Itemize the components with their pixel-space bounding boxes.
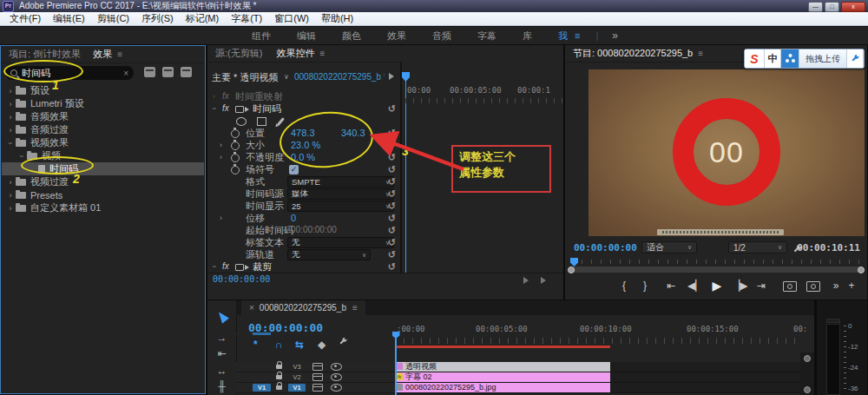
ime-language-toggle[interactable]: 中 bbox=[765, 49, 781, 68]
workspace-tab-3[interactable]: 效果 bbox=[387, 30, 406, 43]
property-checkbox[interactable]: ✓ bbox=[289, 165, 299, 174]
minimize-button[interactable]: — bbox=[808, 2, 823, 12]
sequence-clip-link[interactable]: 0008020220275295_b * ... bbox=[294, 70, 385, 84]
rate-stretch-button[interactable]: ╫ bbox=[207, 380, 236, 392]
scrubber-right-handle[interactable] bbox=[858, 267, 865, 273]
reset-property-icon[interactable]: ↺ bbox=[388, 151, 396, 163]
mark-out-button[interactable]: } bbox=[638, 274, 652, 297]
effect-row-time-display[interactable]: 时间显示25∨↺ bbox=[207, 200, 400, 212]
tree-item-audio-transitions[interactable]: ›音频过渡 bbox=[2, 123, 204, 136]
track-header-v2[interactable]: V2 bbox=[236, 372, 395, 383]
ripple-edit-button[interactable]: ⇤ bbox=[207, 347, 236, 359]
yuv-effects-filter-icon[interactable] bbox=[181, 67, 192, 77]
reset-property-icon[interactable]: ↺ bbox=[388, 200, 396, 212]
tab-project[interactable]: 项目: 倒计时效果 bbox=[9, 48, 81, 61]
panel-menu-icon[interactable]: ≡ bbox=[319, 49, 325, 58]
sogou-logo-icon[interactable]: S bbox=[745, 49, 765, 68]
toggle-track-output-icon[interactable] bbox=[331, 363, 342, 371]
close-button[interactable]: x bbox=[841, 2, 865, 12]
effect-row-scale[interactable]: ›大小23.0 %↺ bbox=[207, 139, 400, 151]
tree-chevron-icon[interactable]: › bbox=[5, 204, 16, 213]
add-button-button[interactable]: + bbox=[845, 274, 858, 297]
panel-menu-icon[interactable]: ≡ bbox=[698, 49, 703, 58]
menu-item-2[interactable]: 剪辑(C) bbox=[91, 12, 135, 25]
tree-item-video-effects[interactable]: ›视频效果 bbox=[2, 136, 204, 149]
search-value[interactable]: 时间码 bbox=[22, 67, 123, 80]
export-frame-icon[interactable] bbox=[783, 281, 797, 292]
reset-property-icon[interactable]: ↺ bbox=[388, 139, 396, 151]
menu-item-6[interactable]: 窗口(W) bbox=[268, 12, 315, 25]
expand-chevron-icon[interactable]: › bbox=[220, 212, 222, 224]
sync-lock-icon[interactable] bbox=[312, 384, 323, 392]
track-lane-v2[interactable]: fx字幕 02 bbox=[395, 372, 800, 383]
reset-effect-icon[interactable]: ↺ bbox=[388, 102, 396, 115]
property-dropdown[interactable]: 25∨ bbox=[287, 201, 394, 212]
program-playhead[interactable] bbox=[570, 258, 578, 267]
tree-chevron-icon[interactable]: › bbox=[5, 87, 16, 95]
keyframe-stopwatch-icon[interactable] bbox=[231, 154, 240, 162]
program-current-timecode[interactable]: 00:00:00:00 bbox=[574, 242, 637, 253]
timeline-settings-button[interactable] bbox=[339, 337, 348, 349]
track-lane-v3[interactable]: 透明视频 bbox=[395, 362, 800, 372]
play-effect-icon[interactable] bbox=[389, 73, 394, 80]
effect-row-field-symbol[interactable]: 场符号✓↺ bbox=[207, 163, 400, 175]
value-scrubber[interactable]: 23.0 % bbox=[291, 139, 320, 151]
scrubber-bar[interactable] bbox=[569, 267, 863, 273]
reset-property-icon[interactable]: ↺ bbox=[388, 188, 396, 200]
linked-selection-toggle[interactable]: ⇆ bbox=[295, 339, 304, 351]
effect-row-starting-timecode[interactable]: 起始时间码00:00:00:00↺ bbox=[207, 224, 400, 236]
pen-mask-icon[interactable] bbox=[277, 117, 285, 126]
menu-item-7[interactable]: 帮助(H) bbox=[315, 12, 359, 25]
effect-row-offset[interactable]: ›位移0↺ bbox=[207, 212, 400, 224]
step-back-button[interactable]: ◀▏ bbox=[687, 274, 701, 297]
sync-lock-icon[interactable] bbox=[312, 373, 323, 381]
lock-icon[interactable] bbox=[276, 385, 282, 390]
menu-item-1[interactable]: 编辑(E) bbox=[47, 12, 91, 25]
panel-menu-icon[interactable]: ≡ bbox=[352, 303, 358, 313]
menu-item-5[interactable]: 字幕(T) bbox=[225, 12, 268, 25]
go-to-in-button[interactable]: ⇤ bbox=[664, 274, 678, 297]
workspace-tab-1[interactable]: 编辑 bbox=[297, 30, 316, 43]
tree-item-video-transitions[interactable]: ›视频过渡 bbox=[2, 175, 204, 188]
clip-v3[interactable]: 透明视频 bbox=[395, 362, 610, 372]
track-name-label[interactable]: V3 bbox=[288, 363, 306, 371]
tree-item-presets-en[interactable]: ›Presets bbox=[2, 188, 204, 201]
workspace-menu-icon[interactable]: ≡ bbox=[575, 30, 580, 41]
go-to-out-button[interactable]: ⇥ bbox=[754, 274, 768, 297]
tab-effects[interactable]: 效果 bbox=[93, 48, 112, 61]
tree-chevron-icon[interactable]: › bbox=[5, 113, 16, 122]
tree-item-video-folder[interactable]: ›视频 bbox=[2, 149, 204, 162]
rectangle-mask-icon[interactable] bbox=[257, 117, 266, 126]
track-header-v3[interactable]: V3 bbox=[236, 362, 395, 372]
panel-menu-icon[interactable]: ≡ bbox=[117, 49, 122, 59]
tree-chevron-icon[interactable]: › bbox=[5, 191, 16, 200]
tree-chevron-icon[interactable]: › bbox=[5, 178, 16, 187]
tree-chevron-icon[interactable]: › bbox=[5, 100, 16, 109]
workspace-tab-2[interactable]: 颜色 bbox=[342, 30, 361, 43]
workspace-tab-6[interactable]: 库 bbox=[523, 30, 532, 43]
mark-in-button[interactable]: { bbox=[617, 274, 631, 297]
expand-chevron-icon[interactable]: › bbox=[213, 90, 215, 102]
tree-item-audio-effects[interactable]: ›音频效果 bbox=[2, 110, 204, 123]
workspace-overflow-icon[interactable]: » bbox=[612, 30, 618, 42]
toggle-track-output-icon[interactable] bbox=[331, 373, 342, 381]
expand-chevron-icon[interactable]: › bbox=[208, 266, 220, 268]
loop-icon[interactable] bbox=[541, 277, 546, 284]
ime-share-icon[interactable] bbox=[781, 49, 799, 68]
reset-property-icon[interactable]: ↺ bbox=[388, 163, 396, 175]
overflow-button[interactable]: » bbox=[829, 274, 843, 297]
menu-item-3[interactable]: 序列(S) bbox=[135, 12, 180, 25]
workspace-tab-active[interactable]: 我 bbox=[558, 30, 568, 43]
rolling-edit-button[interactable]: ↔ bbox=[207, 365, 236, 377]
track-select-forward-button[interactable]: → bbox=[207, 332, 236, 344]
tree-item-timecode[interactable]: 时间码 bbox=[2, 162, 204, 175]
property-dropdown[interactable]: 媒体∨ bbox=[287, 188, 394, 200]
tree-chevron-icon[interactable]: › bbox=[17, 151, 26, 161]
value-scrubber[interactable]: 478.3 bbox=[291, 127, 341, 139]
source-patch-v3[interactable] bbox=[253, 363, 271, 371]
keyframe-stopwatch-icon[interactable] bbox=[231, 129, 240, 138]
property-dropdown[interactable]: 无∨ bbox=[287, 237, 394, 248]
keyframe-stopwatch-icon[interactable] bbox=[231, 166, 240, 174]
zoom-fit-dropdown[interactable]: 适合∨ bbox=[641, 241, 697, 253]
expand-chevron-icon[interactable]: › bbox=[220, 139, 222, 151]
